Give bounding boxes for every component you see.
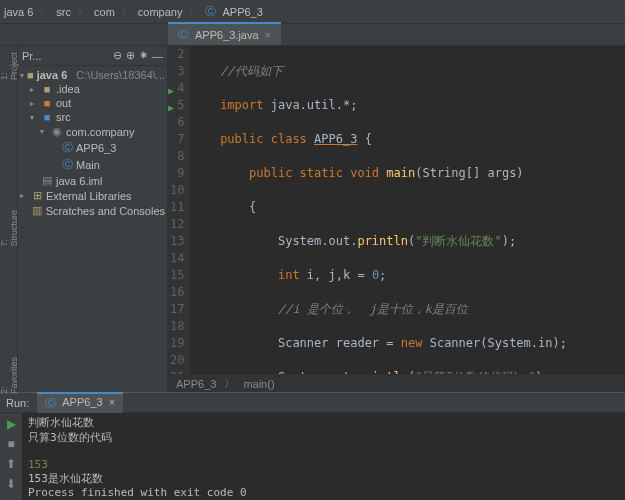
editor-breadcrumb: APP6_3 〉 main() — [168, 374, 625, 392]
tree-folder[interactable]: ▸■out — [18, 96, 167, 110]
class-icon: Ⓒ — [178, 27, 189, 42]
stop-icon[interactable]: ■ — [7, 437, 14, 451]
editor-tab[interactable]: Ⓒ APP6_3.java × — [168, 22, 281, 45]
project-tree: ▾■ java 6 C:\Users\18364\... ▸■.idea ▸■o… — [18, 66, 167, 220]
run-tab[interactable]: Ⓒ APP6_3 × — [37, 392, 123, 413]
navigation-bar: java 6〉 src〉 com〉 company〉 Ⓒ APP6_3 — [0, 0, 625, 24]
tab-label: APP6_3.java — [195, 29, 259, 41]
tree-scratches[interactable]: ▥Scratches and Consoles — [18, 203, 167, 218]
run-tabs: Run: Ⓒ APP6_3 × — [0, 393, 625, 413]
crumb[interactable]: src — [56, 6, 71, 18]
class-icon: Ⓒ — [45, 396, 56, 411]
crumb[interactable]: APP6_3 — [222, 6, 262, 18]
code[interactable]: //代码如下 import java.util.*; public class … — [190, 46, 625, 374]
code-editor[interactable]: 234▶5▶6789101112131415161718192021 //代码如… — [168, 46, 625, 374]
main-area: 1: Project 7: Structure 2: Favorites Pr.… — [0, 46, 625, 392]
rail-structure[interactable]: 7: Structure — [0, 210, 19, 247]
tree-root[interactable]: ▾■ java 6 C:\Users\18364\... — [18, 68, 167, 82]
crumb[interactable]: java 6 — [4, 6, 33, 18]
project-title: Pr... — [22, 50, 42, 62]
console-output[interactable]: 判断水仙花数 只算3位数的代码 153 153是水仙花数 Process fin… — [22, 413, 625, 500]
class-icon: Ⓒ — [205, 4, 216, 19]
run-label: Run: — [6, 397, 29, 409]
hide-icon[interactable]: — — [152, 50, 163, 62]
close-icon[interactable]: × — [265, 29, 271, 41]
tree-folder[interactable]: ▾■src — [18, 110, 167, 124]
close-icon[interactable]: × — [109, 396, 115, 411]
tree-class[interactable]: ⒸMain — [18, 156, 167, 173]
down-icon[interactable]: ⬇ — [6, 477, 16, 491]
collapse-icon[interactable]: ⊖ — [113, 49, 122, 62]
tree-package[interactable]: ▾◉com.company — [18, 124, 167, 139]
run-tool-window: Run: Ⓒ APP6_3 × ▶ ■ ⬆ ⬇ ↵ 🗑 判断水仙花数 只算3位数… — [0, 392, 625, 500]
up-icon[interactable]: ⬆ — [6, 457, 16, 471]
run-toolbar: ▶ ■ ⬆ ⬇ ↵ 🗑 — [0, 413, 22, 500]
crumb[interactable]: com — [94, 6, 115, 18]
left-tool-rail: 1: Project 7: Structure 2: Favorites — [0, 46, 18, 392]
tree-external-libs[interactable]: ▸⊞External Libraries — [18, 188, 167, 203]
gutter[interactable]: 234▶5▶6789101112131415161718192021 — [168, 46, 190, 374]
editor-tabs: Ⓒ APP6_3.java × — [0, 24, 625, 46]
breadcrumb-item[interactable]: main() — [243, 378, 274, 390]
rail-favorites[interactable]: 2: Favorites — [0, 357, 19, 394]
crumb[interactable]: company — [138, 6, 183, 18]
editor-area: 234▶5▶6789101112131415161718192021 //代码如… — [168, 46, 625, 392]
breadcrumb-item[interactable]: APP6_3 — [176, 378, 216, 390]
rail-project[interactable]: 1: Project — [0, 52, 19, 80]
tree-folder[interactable]: ▸■.idea — [18, 82, 167, 96]
project-tool-window: Pr... ⊖ ⊕ ✷ — ▾■ java 6 C:\Users\18364\.… — [18, 46, 168, 392]
tree-file[interactable]: ▤java 6.iml — [18, 173, 167, 188]
rerun-icon[interactable]: ▶ — [7, 417, 16, 431]
tree-class[interactable]: ⒸAPP6_3 — [18, 139, 167, 156]
expand-icon[interactable]: ⊕ — [126, 49, 135, 62]
gear-icon[interactable]: ✷ — [139, 49, 148, 62]
project-header: Pr... ⊖ ⊕ ✷ — — [18, 46, 167, 66]
